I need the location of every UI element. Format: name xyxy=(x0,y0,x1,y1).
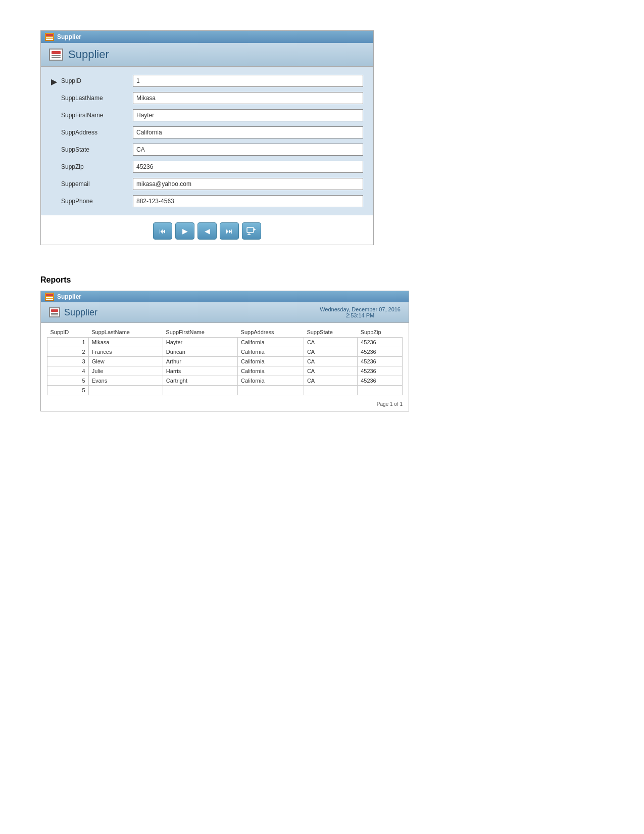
nav-next-button[interactable]: ▶ xyxy=(175,222,194,240)
nav-last-button[interactable]: ⏭ xyxy=(220,222,239,240)
input-suppemail[interactable] xyxy=(133,178,363,190)
col-suppfirstname: SuppFirstName xyxy=(163,327,237,338)
nav-buttons: ⏮ ▶ ◀ ⏭ xyxy=(41,215,373,245)
form-titlebar-label: Supplier xyxy=(57,33,81,40)
table-cell: 45236 xyxy=(358,347,403,357)
table-cell: 3 xyxy=(47,357,89,366)
record-arrow: ▶ xyxy=(51,77,57,86)
svg-rect-13 xyxy=(46,299,53,300)
form-body: ▶ SuppIDSuppLastNameSuppFirstNameSuppAdd… xyxy=(41,67,373,215)
report-table-container: SuppID SuppLastName SuppFirstName SuppAd… xyxy=(41,323,409,399)
input-suppfirstname[interactable] xyxy=(133,109,363,121)
input-suppphone[interactable] xyxy=(133,195,363,207)
label-suppid: SuppID xyxy=(61,77,127,84)
table-cell: California xyxy=(238,376,304,386)
table-row: 5EvansCartrightCaliforniaCA45236 xyxy=(47,376,403,386)
col-suppid: SuppID xyxy=(47,327,89,338)
field-row-suppstate: SuppState xyxy=(61,144,363,156)
table-cell: Mikasa xyxy=(88,338,163,347)
table-row: 2FrancesDuncanCaliforniaCA45236 xyxy=(47,347,403,357)
col-supplastname: SuppLastName xyxy=(88,327,163,338)
table-cell: 45236 xyxy=(358,366,403,376)
report-header: Supplier Wednesday, December 07, 2016 2:… xyxy=(41,302,409,323)
table-cell: California xyxy=(238,347,304,357)
table-cell-empty xyxy=(358,386,403,395)
label-suppfirstname: SuppFirstName xyxy=(61,112,127,119)
table-cell-empty xyxy=(238,386,304,395)
table-row-empty: 5 xyxy=(47,386,403,395)
table-row: 4JulieHarrisCaliforniaCA45236 xyxy=(47,366,403,376)
field-row-suppzip: SuppZip xyxy=(61,161,363,173)
svg-rect-0 xyxy=(46,34,53,36)
report-footer: Page 1 of 1 xyxy=(41,399,409,411)
field-row-supplastname: SuppLastName xyxy=(61,92,363,104)
form-titlebar: Supplier xyxy=(41,31,373,43)
table-row: 3GlewArthurCaliforniaCA45236 xyxy=(47,357,403,366)
report-titlebar-label: Supplier xyxy=(57,293,81,300)
form-window: Supplier Supplier ▶ SuppIDSuppLastNameSu… xyxy=(40,30,374,245)
form-header-icon xyxy=(49,49,63,61)
label-suppemail: Suppemail xyxy=(61,180,127,188)
table-cell: Hayter xyxy=(163,338,237,347)
table-cell: Harris xyxy=(163,366,237,376)
svg-rect-16 xyxy=(51,314,58,315)
table-cell: 2 xyxy=(47,347,89,357)
table-cell: 1 xyxy=(47,338,89,347)
svg-rect-2 xyxy=(46,39,53,40)
table-cell: 4 xyxy=(47,366,89,376)
report-header-title: Supplier xyxy=(64,307,97,318)
label-suppphone: SuppPhone xyxy=(61,198,127,205)
report-header-date: Wednesday, December 07, 2016 xyxy=(320,306,401,312)
table-cell: 5 xyxy=(47,376,89,386)
nav-new-button[interactable] xyxy=(242,222,261,240)
table-cell: CA xyxy=(304,366,357,376)
report-table-head: SuppID SuppLastName SuppFirstName SuppAd… xyxy=(47,327,403,338)
svg-rect-1 xyxy=(46,37,53,38)
table-cell: Duncan xyxy=(163,347,237,357)
col-suppzip: SuppZip xyxy=(358,327,403,338)
reports-heading: Reports xyxy=(40,275,604,285)
table-cell: Cartright xyxy=(163,376,237,386)
table-cell: Frances xyxy=(88,347,163,357)
record-indicator: ▶ xyxy=(51,75,61,207)
svg-rect-5 xyxy=(52,57,61,58)
table-cell: CA xyxy=(304,347,357,357)
table-cell: California xyxy=(238,366,304,376)
form-header-title: Supplier xyxy=(68,48,109,61)
label-suppaddress: SuppAddress xyxy=(61,129,127,136)
report-header-datetime: Wednesday, December 07, 2016 2:53:14 PM xyxy=(320,306,401,318)
table-cell-empty xyxy=(88,386,163,395)
table-cell: Glew xyxy=(88,357,163,366)
table-cell: California xyxy=(238,338,304,347)
nav-prev-button[interactable]: ◀ xyxy=(197,222,217,240)
report-titlebar-icon xyxy=(45,293,54,301)
report-table: SuppID SuppLastName SuppFirstName SuppAd… xyxy=(47,327,403,395)
svg-rect-6 xyxy=(247,227,254,233)
input-suppaddress[interactable] xyxy=(133,126,363,138)
label-supplastname: SuppLastName xyxy=(61,95,127,102)
report-header-time: 2:53:14 PM xyxy=(320,312,401,318)
report-header-left: Supplier xyxy=(49,307,97,318)
report-page-info: Page 1 of 1 xyxy=(377,401,403,407)
nav-first-button[interactable]: ⏮ xyxy=(153,222,172,240)
input-suppstate[interactable] xyxy=(133,144,363,156)
table-cell: CA xyxy=(304,357,357,366)
table-cell: 45236 xyxy=(358,338,403,347)
field-row-suppemail: Suppemail xyxy=(61,178,363,190)
report-window: Supplier Supplier Wednesday, December 07… xyxy=(40,291,409,411)
input-supplastname[interactable] xyxy=(133,92,363,104)
field-row-suppid: SuppID xyxy=(61,75,363,87)
table-cell: Julie xyxy=(88,366,163,376)
col-suppstate: SuppState xyxy=(304,327,357,338)
col-suppaddress: SuppAddress xyxy=(238,327,304,338)
svg-rect-3 xyxy=(52,51,61,54)
table-cell-empty-id: 5 xyxy=(47,386,89,395)
svg-rect-4 xyxy=(52,55,61,56)
report-header-icon xyxy=(49,307,60,317)
input-suppid[interactable] xyxy=(133,75,363,87)
table-cell: Arthur xyxy=(163,357,237,366)
table-cell: CA xyxy=(304,338,357,347)
input-suppzip[interactable] xyxy=(133,161,363,173)
svg-rect-14 xyxy=(51,309,58,312)
report-table-body: 1MikasaHayterCaliforniaCA452362FrancesDu… xyxy=(47,338,403,395)
